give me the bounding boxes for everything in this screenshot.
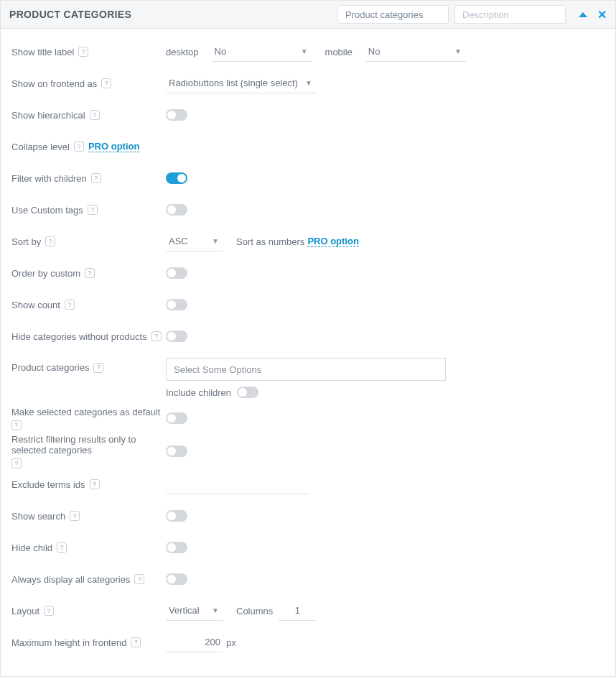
caret-down-icon: ▼ [454,47,462,55]
show-title-desktop-select[interactable]: No▼ [212,42,312,62]
label: Collapse level [11,142,70,152]
label: Order by custom [11,268,80,279]
row-show-hierarchical: Show hierarchical ? [11,99,605,131]
caret-down-icon: ▼ [212,606,219,614]
unit-label: px [226,637,236,648]
row-hide-empty: Hide categories without products ? [11,320,605,352]
row-sort-by: Sort by ? ASC▼ Sort as numbers PRO optio… [11,226,605,257]
layout-select[interactable]: Vertical▼ [166,601,223,621]
help-icon[interactable]: ? [90,110,100,120]
help-icon[interactable]: ? [131,637,141,647]
label: Restrict filtering results only to selec… [11,434,166,456]
columns-input[interactable] [279,601,316,621]
help-icon[interactable]: ? [45,236,55,246]
title-input[interactable] [337,5,449,24]
help-icon[interactable]: ? [151,331,162,341]
caret-down-icon: ▼ [301,47,308,55]
label: Sort by [11,236,41,247]
row-collapse-level: Collapse level ? PRO option [11,131,605,162]
help-icon[interactable]: ? [91,173,101,183]
row-layout: Layout ? Vertical▼ Columns [11,595,605,627]
label: Product categories [11,362,89,373]
label: Show title label [11,47,74,57]
product-categories-select[interactable]: Select Some Options [166,358,446,381]
label: Show hierarchical [11,110,85,121]
help-icon[interactable]: ? [90,479,100,489]
help-icon[interactable]: ? [78,47,88,57]
collapse-icon[interactable] [579,12,587,17]
maximum-height-input[interactable] [166,632,223,652]
show-search-toggle[interactable] [166,510,187,522]
columns-label: Columns [236,606,273,616]
help-icon[interactable]: ? [134,574,144,584]
label: Make selected categories as default [11,407,160,417]
exclude-terms-input[interactable] [166,474,309,494]
label: Hide categories without products [11,331,147,342]
row-order-by-custom: Order by custom ? [11,257,605,289]
include-children-label: Include children [166,387,231,398]
order-by-custom-toggle[interactable] [166,267,187,279]
mobile-label: mobile [325,47,353,57]
help-icon[interactable]: ? [11,458,22,468]
pro-option-link[interactable]: PRO option [88,141,140,152]
label: Show on frontend as [11,78,97,89]
row-hide-child: Hide child ? [11,532,605,563]
filter-with-children-toggle[interactable] [166,172,187,184]
panel-body: Show title label ? desktop No▼ mobile No… [1,29,615,676]
row-show-on-frontend-as: Show on frontend as ? Radiobuttons list … [11,68,605,99]
label: Exclude terms ids [11,479,85,490]
caret-down-icon: ▼ [305,79,312,87]
frontend-as-select[interactable]: Radiobuttons list (single select)▼ [166,73,317,93]
help-icon[interactable]: ? [70,511,80,521]
label: Layout [11,606,39,616]
make-default-toggle[interactable] [166,412,187,424]
panel-title: PRODUCT CATEGORIES [9,9,131,20]
row-always-display-all: Always display all categories ? [11,563,605,595]
show-title-mobile-select[interactable]: No▼ [365,42,466,62]
help-icon[interactable]: ? [85,268,95,278]
show-hierarchical-toggle[interactable] [166,109,187,121]
always-display-all-toggle[interactable] [166,573,187,585]
use-custom-tags-toggle[interactable] [166,204,187,216]
help-icon[interactable]: ? [44,606,54,616]
desktop-label: desktop [166,47,199,57]
close-icon[interactable]: ✕ [597,8,607,22]
help-icon[interactable]: ? [65,300,75,310]
row-restrict-results: Restrict filtering results only to selec… [11,434,605,468]
panel-header: PRODUCT CATEGORIES ✕ [1,1,615,29]
sort-as-numbers-label: Sort as numbers [236,236,304,247]
help-icon[interactable]: ? [101,78,111,88]
help-icon[interactable]: ? [57,542,67,553]
row-filter-with-children: Filter with children ? [11,162,605,194]
hide-child-toggle[interactable] [166,542,187,553]
label: Always display all categories [11,574,130,585]
row-show-count: Show count ? [11,289,605,320]
sort-by-select[interactable]: ASC▼ [166,231,223,251]
restrict-results-toggle[interactable] [166,445,187,457]
show-count-toggle[interactable] [166,299,187,310]
description-input[interactable] [454,5,566,24]
row-maximum-height: Maximum height in frontend ? px [11,627,605,658]
help-icon[interactable]: ? [11,420,22,430]
settings-panel: PRODUCT CATEGORIES ✕ Show title label ? … [0,0,616,677]
help-icon[interactable]: ? [93,363,103,373]
help-icon[interactable]: ? [88,205,98,215]
row-product-categories: Product categories ? Select Some Options… [11,352,605,398]
row-show-title-label: Show title label ? desktop No▼ mobile No… [11,36,605,68]
row-use-custom-tags: Use Custom tags ? [11,194,605,226]
row-exclude-terms: Exclude terms ids ? [11,468,605,500]
hide-empty-toggle[interactable] [166,331,187,342]
label: Show search [11,511,65,522]
label: Use Custom tags [11,205,83,216]
help-icon[interactable]: ? [74,142,84,152]
label: Maximum height in frontend [11,637,126,648]
label: Hide child [11,542,52,553]
caret-down-icon: ▼ [212,237,219,245]
include-children-toggle[interactable] [237,387,258,398]
pro-option-link[interactable]: PRO option [307,236,359,247]
row-make-default: Make selected categories as default ? [11,402,605,434]
label: Filter with children [11,173,87,184]
row-show-search: Show search ? [11,500,605,532]
label: Show count [11,300,60,310]
